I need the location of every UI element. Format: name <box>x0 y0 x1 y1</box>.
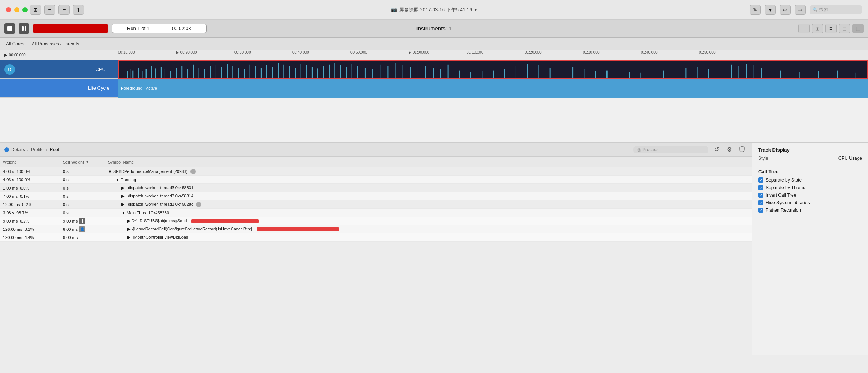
cell-weight-5: 3.98 s 98.7% <box>0 211 60 215</box>
cpu-track <box>118 60 868 79</box>
share-button[interactable]: ⬆ <box>73 5 84 15</box>
back-button[interactable]: ↩ <box>780 5 791 15</box>
svg-rect-17 <box>210 66 211 78</box>
cell-symbol-1[interactable]: ▼ Running <box>105 177 752 182</box>
symbol-text-0: ▼ SPBDPerformanceManagement (20283) <box>108 169 187 174</box>
option-separate-state[interactable]: ✓ Separate by State <box>758 177 862 183</box>
table-row: 9.00 ms 0.2% 9.00 ms ▐ ▶ DYLD-STUB$$objc… <box>0 217 752 225</box>
option-flatten-recursion[interactable]: ✓ Flatten Recursion <box>758 208 862 213</box>
minimize-button[interactable] <box>14 7 19 12</box>
cell-symbol-4[interactable]: ▶ _dispatch_worker_thread3 0x45828c <box>105 202 752 207</box>
weight-pct-6: 0.2% <box>20 219 29 223</box>
svg-rect-75 <box>731 65 732 78</box>
svg-rect-41 <box>346 67 347 78</box>
title-center: 📷 屏幕快照 2017-03-16 下午5.41.16 ▾ <box>391 6 477 13</box>
pen-button[interactable]: ✎ <box>750 5 761 15</box>
cell-self-8: 6.00 ms <box>60 235 105 240</box>
svg-rect-6 <box>151 66 152 78</box>
style-value: CPU Usage <box>838 156 862 161</box>
breadcrumb-details[interactable]: Details <box>11 147 25 152</box>
svg-rect-33 <box>301 64 301 78</box>
svg-rect-38 <box>329 65 330 78</box>
svg-rect-44 <box>365 68 366 78</box>
weight-pct-5: 98.7% <box>16 211 28 215</box>
breadcrumb-profile[interactable]: Profile <box>31 147 44 152</box>
weight-pct-8: 4.4% <box>24 235 34 240</box>
svg-rect-67 <box>595 71 596 78</box>
cell-symbol-2[interactable]: ▶ _dispatch_worker_thread3 0x458331 <box>105 185 752 190</box>
weight-pct-0: 100.0% <box>16 169 30 174</box>
cell-self-5: 0 s <box>60 211 105 215</box>
option-invert-call-tree[interactable]: ✓ Invert Call Tree <box>758 193 862 198</box>
cell-self-7: 6.00 ms 👤 <box>60 226 105 232</box>
table-view-button[interactable]: ⊟ <box>839 24 850 33</box>
search-icon: 🔍 <box>813 7 818 12</box>
weight-pct-1: 100.0% <box>16 177 30 182</box>
chevron-down-btn[interactable]: ▾ <box>765 5 776 15</box>
svg-rect-69 <box>629 72 630 78</box>
history-icon-btn[interactable]: ↺ <box>711 144 722 155</box>
progress-bar <box>33 24 108 33</box>
process-search[interactable]: ◎ Process <box>633 146 708 153</box>
weight-val-1: 4.03 s <box>3 177 14 182</box>
close-button[interactable] <box>6 7 11 12</box>
svg-rect-78 <box>754 65 754 78</box>
cell-self-3: 0 s <box>60 194 105 199</box>
option-hide-system-libraries[interactable]: ✓ Hide System Libraries <box>758 200 862 205</box>
thumbnail-view-button[interactable]: ⊞ <box>812 24 823 33</box>
cell-self-6: 9.00 ms ▐ <box>60 218 105 224</box>
weight-val-0: 4.03 s <box>3 169 14 174</box>
svg-rect-48 <box>395 63 396 78</box>
symbol-text-7: ▶ -[LeaveRecordCell(ConfigureForLeaveRec… <box>127 227 252 232</box>
svg-rect-51 <box>418 64 418 78</box>
add-instrument-button[interactable]: + <box>798 24 810 33</box>
sidebar-view-button[interactable]: ◫ <box>852 24 864 33</box>
cell-symbol-5[interactable]: ▼ Main Thread 0x458230 <box>105 211 752 215</box>
info-icon-btn[interactable]: ⓘ <box>737 144 747 155</box>
table-row: 126.00 ms 3.1% 6.00 ms 👤 ▶ -[LeaveRecord… <box>0 225 752 233</box>
svg-rect-71 <box>663 71 664 78</box>
pause-button[interactable] <box>19 23 29 34</box>
empty-track-area <box>0 98 868 143</box>
svg-rect-55 <box>448 65 449 78</box>
redacted-bar-7 <box>257 227 339 231</box>
svg-rect-56 <box>459 71 460 78</box>
cell-symbol-0[interactable]: ▼ SPBDPerformanceManagement (20283) <box>105 169 752 174</box>
checkbox-separate-state[interactable]: ✓ <box>758 177 763 183</box>
zoom-out-button[interactable]: − <box>44 5 55 15</box>
cpu-waveform <box>119 61 867 78</box>
view-toggle-button[interactable]: ⊞ <box>30 5 41 15</box>
cell-symbol-8[interactable]: ▶ -[MonthController viewDidLoad] <box>105 235 752 240</box>
self-val-5: 0 s <box>63 211 69 215</box>
process-placeholder: Process <box>642 147 658 152</box>
bottom-section: Details › Profile › Root ◎ Process ↺ ⚙ ⓘ <box>0 143 868 355</box>
svg-rect-10 <box>170 71 171 78</box>
pause-bar-right <box>25 26 26 31</box>
checkbox-flatten-recursion[interactable]: ✓ <box>758 208 763 213</box>
breadcrumb-root[interactable]: Root <box>50 147 59 152</box>
list-view-button[interactable]: ≡ <box>825 24 837 33</box>
style-label: Style <box>758 156 768 161</box>
svg-rect-60 <box>504 69 505 78</box>
search-box[interactable]: 🔍 搜索 <box>810 5 862 14</box>
zoom-in-button[interactable]: + <box>58 5 70 15</box>
checkbox-hide-system-libraries[interactable]: ✓ <box>758 200 763 205</box>
option-separate-thread[interactable]: ✓ Separate by Thread <box>758 185 862 190</box>
forward-button[interactable]: ⇥ <box>795 5 806 15</box>
svg-rect-68 <box>606 71 608 78</box>
gear-icon-btn[interactable]: ⚙ <box>724 144 735 155</box>
tick-1: ▶ 00:20.000 <box>176 50 197 54</box>
maximize-button[interactable] <box>22 7 28 12</box>
details-header: Details › Profile › Root ◎ Process ↺ ⚙ ⓘ <box>0 143 752 157</box>
cell-symbol-7[interactable]: ▶ -[LeaveRecordCell(ConfigureForLeaveRec… <box>105 227 752 232</box>
stop-button[interactable] <box>4 23 15 34</box>
cell-symbol-6[interactable]: ▶ DYLD-STUB$$objc_msgSend <box>105 218 752 223</box>
toolbar-top: ⊞ − + ⬆ <box>30 5 84 15</box>
checkbox-separate-thread[interactable]: ✓ <box>758 185 763 190</box>
track-area: ↺ CPU Life Cycle <box>0 60 868 98</box>
self-weight-header[interactable]: Self Weight ▼ <box>60 160 105 164</box>
checkbox-invert-call-tree[interactable]: ✓ <box>758 193 763 198</box>
stop-icon <box>7 26 12 31</box>
cell-symbol-3[interactable]: ▶ _dispatch_worker_thread3 0x458314 <box>105 194 752 199</box>
svg-rect-53 <box>433 68 434 78</box>
